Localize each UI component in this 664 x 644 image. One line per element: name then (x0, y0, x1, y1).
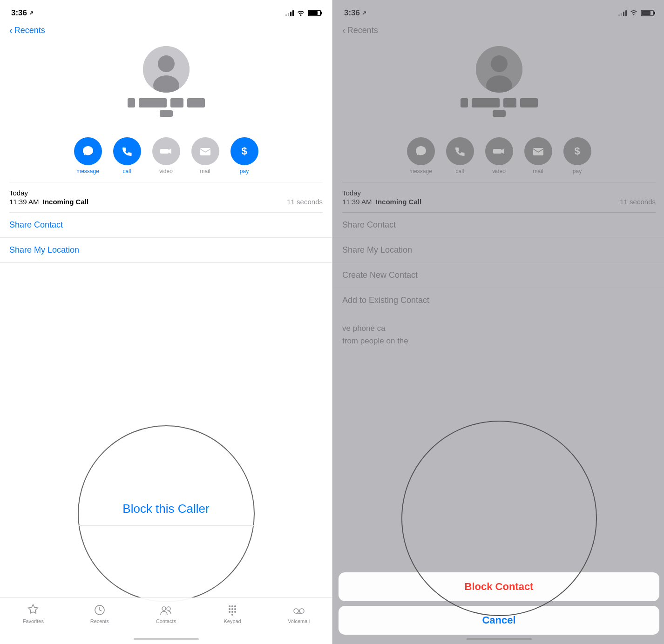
action-buttons-right: message call video (333, 130, 664, 182)
block-circle-divider (79, 525, 254, 526)
pay-button[interactable]: $ pay (230, 137, 258, 174)
background-hint-text: ve phone ca from people on the (333, 313, 664, 356)
hint-line-2: from people on the (342, 335, 656, 347)
action-buttons-left: message call video (0, 130, 332, 182)
call-duration: 11 seconds (287, 198, 323, 206)
svg-point-16 (231, 614, 233, 616)
status-icons-right (618, 9, 654, 17)
action-sheet: Block Contact Cancel (333, 572, 664, 644)
avatar-silhouette (143, 46, 190, 93)
back-label-right: Recents (347, 26, 378, 35)
share-contact-item[interactable]: Share Contact (0, 213, 332, 238)
svg-rect-22 (533, 148, 543, 155)
call-type-right: 11:39 AM Incoming Call (342, 198, 421, 206)
tab-favorites[interactable]: Favorites (14, 604, 52, 624)
status-bar-left: 3:36 ↗ (0, 0, 332, 23)
favorites-label: Favorites (23, 618, 44, 624)
call-details: 11:39 AM Incoming Call 11 seconds (9, 198, 323, 206)
call-date-right: Today (342, 189, 656, 197)
right-phone-screen: 3:36 ↗ ‹ Recents (333, 0, 664, 644)
create-contact-item-right: Create New Contact (333, 263, 664, 288)
contact-name-placeholder (128, 98, 205, 117)
keypad-label: Keypad (224, 618, 241, 624)
call-label: call (122, 168, 131, 174)
chevron-left-icon: ‹ (9, 25, 13, 36)
name-block-5 (160, 110, 173, 117)
block-contact-button[interactable]: Block Contact (339, 572, 659, 601)
pay-button-right: $ pay (563, 137, 591, 174)
block-this-caller-text[interactable]: Block this Caller (108, 502, 223, 516)
svg-point-1 (158, 55, 175, 72)
pay-icon: $ (241, 145, 247, 157)
message-label-right: message (409, 168, 432, 174)
call-history-right: Today 11:39 AM Incoming Call 11 seconds (342, 182, 656, 212)
mail-label: mail (200, 168, 210, 174)
wifi-icon-right (630, 9, 638, 17)
message-btn-circle-right (407, 137, 435, 165)
home-indicator-left (134, 638, 199, 640)
battery-icon (308, 10, 321, 16)
share-location-item[interactable]: Share My Location (0, 238, 332, 263)
svg-point-7 (229, 605, 230, 607)
call-time: 11:39 AM (9, 198, 39, 206)
mail-icon-right (532, 145, 545, 158)
call-button[interactable]: call (113, 137, 141, 174)
message-icon-right (414, 145, 427, 158)
call-btn-circle-right (446, 137, 474, 165)
mail-btn-circle-right (524, 137, 552, 165)
voicemail-icon (292, 604, 305, 617)
status-time-right: 3:36 ↗ (344, 8, 366, 18)
add-existing-item-right: Add to Existing Contact (333, 288, 664, 313)
video-btn-circle (152, 137, 180, 165)
tab-recents[interactable]: Recents (81, 604, 118, 624)
video-icon-right (493, 145, 506, 158)
message-button[interactable]: message (74, 137, 102, 174)
call-icon (121, 145, 134, 158)
video-button[interactable]: video (152, 137, 180, 174)
contacts-icon (159, 604, 172, 617)
svg-point-12 (234, 608, 236, 610)
cancel-button[interactable]: Cancel (339, 606, 659, 635)
message-icon (81, 145, 95, 158)
call-type-label: Incoming Call (43, 198, 88, 206)
call-details-right: 11:39 AM Incoming Call 11 seconds (342, 198, 656, 206)
tab-contacts[interactable]: Contacts (147, 604, 184, 624)
name-block-r5 (493, 110, 506, 117)
nav-back-right[interactable]: ‹ Recents (333, 23, 664, 41)
svg-point-13 (229, 611, 230, 613)
share-location-item-right: Share My Location (333, 238, 664, 263)
tab-keypad[interactable]: Keypad (214, 604, 251, 624)
status-icons-left (285, 9, 321, 17)
svg-point-20 (491, 55, 508, 72)
left-phone-screen: 3:36 ↗ ‹ Recents (0, 0, 332, 644)
avatar (143, 46, 190, 93)
message-button-right: message (407, 137, 435, 174)
time-display: 3:36 (11, 8, 27, 18)
name-block-3 (170, 98, 183, 107)
mail-button[interactable]: mail (191, 137, 219, 174)
battery-icon-right (641, 10, 654, 16)
pay-label-right: pay (573, 168, 582, 174)
tab-voicemail[interactable]: Voicemail (280, 604, 318, 624)
svg-point-11 (231, 608, 233, 610)
video-label-right: video (492, 168, 506, 174)
call-btn-circle (113, 137, 141, 165)
pay-icon-right: $ (574, 145, 580, 157)
avatar-right (476, 46, 522, 93)
status-bar-right: 3:36 ↗ (333, 0, 664, 23)
block-caller-circle: Block this Caller (78, 425, 255, 602)
message-btn-circle (74, 137, 102, 165)
name-block-2 (139, 98, 167, 107)
video-btn-circle-right (485, 137, 513, 165)
call-label-right: call (455, 168, 464, 174)
call-history-left: Today 11:39 AM Incoming Call 11 seconds (9, 182, 323, 212)
svg-point-9 (234, 605, 236, 607)
contact-header-right (333, 41, 664, 130)
video-icon (160, 145, 173, 158)
home-indicator-right (467, 638, 532, 640)
svg-point-15 (234, 611, 236, 613)
svg-point-14 (231, 611, 233, 613)
nav-back-left[interactable]: ‹ Recents (0, 23, 332, 41)
svg-point-10 (229, 608, 230, 610)
mail-btn-circle (191, 137, 219, 165)
